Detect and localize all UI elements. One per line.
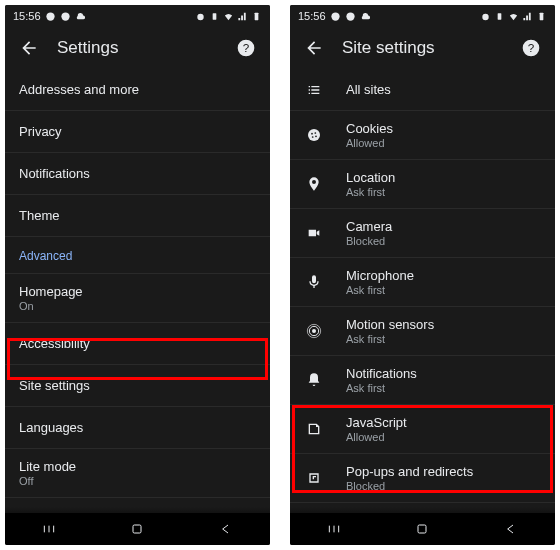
back-icon[interactable] — [19, 38, 39, 58]
svg-point-19 — [312, 136, 314, 138]
wifi-icon — [508, 11, 519, 22]
svg-rect-7 — [133, 525, 141, 533]
row-cookies[interactable]: CookiesAllowed — [290, 111, 555, 160]
status-bar: 15:56 — [5, 5, 270, 27]
cloud-icon — [360, 11, 371, 22]
svg-point-1 — [61, 12, 69, 20]
battery-icon — [536, 11, 547, 22]
section-advanced: Advanced — [5, 237, 270, 274]
nav-home[interactable] — [128, 520, 146, 538]
js-icon — [306, 421, 322, 437]
svg-rect-3 — [213, 13, 217, 19]
status-time: 15:56 — [13, 10, 41, 22]
whatsapp-icon — [345, 11, 356, 22]
status-bar: 15:56 — [290, 5, 555, 27]
svg-point-17 — [314, 132, 316, 134]
popup-icon — [306, 470, 322, 486]
vibrate-icon — [494, 11, 505, 22]
nav-recents[interactable] — [40, 520, 58, 538]
svg-point-9 — [346, 12, 354, 20]
site-settings-list: All sites CookiesAllowed LocationAsk fir… — [290, 69, 555, 545]
signal-icon — [237, 11, 248, 22]
settings-list: Addresses and more Privacy Notifications… — [5, 69, 270, 545]
row-notifications[interactable]: NotificationsAsk first — [290, 356, 555, 405]
app-header: Site settings ? — [290, 27, 555, 69]
svg-point-20 — [312, 329, 316, 333]
row-lite-mode[interactable]: Lite modeOff — [5, 449, 270, 498]
svg-point-16 — [311, 133, 313, 135]
cookie-icon — [306, 127, 322, 143]
list-icon — [306, 82, 322, 98]
svg-point-18 — [315, 135, 317, 137]
svg-point-0 — [46, 12, 54, 20]
status-time: 15:56 — [298, 10, 326, 22]
svg-text:?: ? — [528, 41, 535, 54]
svg-text:?: ? — [243, 41, 250, 54]
nav-back[interactable] — [217, 520, 235, 538]
row-all-sites[interactable]: All sites — [290, 69, 555, 111]
svg-point-8 — [331, 12, 339, 20]
location-icon — [306, 176, 322, 192]
signal-icon — [522, 11, 533, 22]
back-icon[interactable] — [304, 38, 324, 58]
mic-icon — [306, 274, 322, 290]
page-title: Settings — [57, 38, 218, 58]
svg-point-10 — [482, 13, 488, 19]
row-popups[interactable]: Pop-ups and redirectsBlocked — [290, 454, 555, 503]
row-addresses[interactable]: Addresses and more — [5, 69, 270, 111]
row-theme[interactable]: Theme — [5, 195, 270, 237]
row-accessibility[interactable]: Accessibility — [5, 323, 270, 365]
nav-home[interactable] — [413, 520, 431, 538]
vibrate-icon — [209, 11, 220, 22]
status-icon — [330, 11, 341, 22]
wifi-icon — [223, 11, 234, 22]
page-title: Site settings — [342, 38, 503, 58]
nav-recents[interactable] — [325, 520, 343, 538]
row-site-settings[interactable]: Site settings — [5, 365, 270, 407]
phone-right: 15:56 Site settings ? All sites CookiesA… — [290, 5, 555, 545]
battery-icon — [251, 11, 262, 22]
alarm-icon — [195, 11, 206, 22]
row-location[interactable]: LocationAsk first — [290, 160, 555, 209]
row-languages[interactable]: Languages — [5, 407, 270, 449]
svg-point-15 — [308, 129, 320, 141]
svg-rect-12 — [540, 12, 544, 19]
svg-point-2 — [197, 13, 203, 19]
motion-icon — [306, 323, 322, 339]
row-homepage[interactable]: HomepageOn — [5, 274, 270, 323]
help-icon[interactable]: ? — [521, 38, 541, 58]
camera-icon — [306, 225, 322, 241]
svg-rect-24 — [418, 525, 426, 533]
row-microphone[interactable]: MicrophoneAsk first — [290, 258, 555, 307]
nav-bar — [5, 513, 270, 545]
nav-back[interactable] — [502, 520, 520, 538]
bell-icon — [306, 372, 322, 388]
svg-rect-4 — [255, 12, 259, 19]
help-icon[interactable]: ? — [236, 38, 256, 58]
row-motion[interactable]: Motion sensorsAsk first — [290, 307, 555, 356]
nav-bar — [290, 513, 555, 545]
phone-left: 15:56 Settings ? Addresses and more Priv… — [5, 5, 270, 545]
row-javascript[interactable]: JavaScriptAllowed — [290, 405, 555, 454]
app-header: Settings ? — [5, 27, 270, 69]
alarm-icon — [480, 11, 491, 22]
row-notifications[interactable]: Notifications — [5, 153, 270, 195]
svg-rect-11 — [498, 13, 502, 19]
status-icon — [45, 11, 56, 22]
row-privacy[interactable]: Privacy — [5, 111, 270, 153]
row-camera[interactable]: CameraBlocked — [290, 209, 555, 258]
cloud-icon — [75, 11, 86, 22]
whatsapp-icon — [60, 11, 71, 22]
